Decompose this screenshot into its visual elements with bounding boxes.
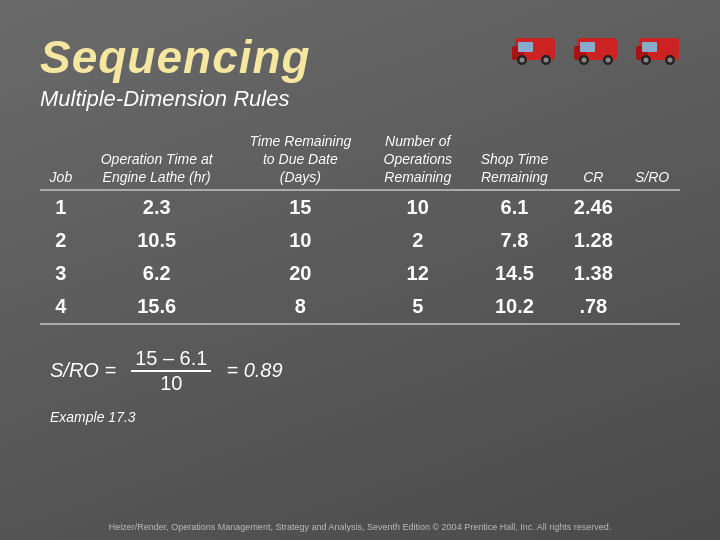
data-table: Job Operation Time atEngine Lathe (hr) T… (40, 130, 680, 325)
table-row: 210.51027.81.28 (40, 224, 680, 257)
footer: Heizer/Render, Operations Management, St… (0, 522, 720, 532)
table-cell (624, 257, 680, 290)
table-cell: 1 (40, 190, 82, 224)
svg-point-11 (582, 58, 587, 63)
table-cell: 4 (40, 290, 82, 324)
col-header-shop-time: Shop TimeRemaining (466, 130, 562, 190)
svg-rect-9 (580, 42, 595, 52)
fraction-numerator: 15 – 6.1 (131, 347, 211, 372)
col-header-cr: CR (563, 130, 625, 190)
table-cell: 10 (232, 224, 370, 257)
table-cell: 10.5 (82, 224, 232, 257)
truck-illustration (510, 18, 690, 73)
col-header-op-time: Operation Time atEngine Lathe (hr) (82, 130, 232, 190)
table-cell: 15 (232, 190, 370, 224)
formula-result: = 0.89 (226, 359, 282, 382)
table-cell (624, 290, 680, 324)
table-cell: 7.8 (466, 224, 562, 257)
table-cell: 20 (232, 257, 370, 290)
table-cell (624, 224, 680, 257)
table-cell: 3 (40, 257, 82, 290)
col-header-time-rem: Time Remainingto Due Date(Days) (232, 130, 370, 190)
fraction-denominator: 10 (156, 372, 186, 395)
table-cell: 10.2 (466, 290, 562, 324)
table-cell: 2.3 (82, 190, 232, 224)
svg-rect-16 (642, 42, 657, 52)
table-cell: 2 (369, 224, 466, 257)
slide: Sequencing Multiple-Dimension Rules Job … (0, 0, 720, 540)
col-header-num-ops: Number ofOperationsRemaining (369, 130, 466, 190)
svg-point-13 (606, 58, 611, 63)
table-cell (624, 190, 680, 224)
table-cell: 5 (369, 290, 466, 324)
table-cell: 2.46 (563, 190, 625, 224)
table-cell: 6.2 (82, 257, 232, 290)
table-row: 415.68510.2.78 (40, 290, 680, 324)
table-cell: 15.6 (82, 290, 232, 324)
fraction: 15 – 6.1 10 (131, 347, 211, 395)
table-cell: 2 (40, 224, 82, 257)
svg-rect-2 (518, 42, 533, 52)
svg-point-4 (520, 58, 525, 63)
table-cell: 1.38 (563, 257, 625, 290)
table-row: 12.315106.12.46 (40, 190, 680, 224)
formula-row: S/RO = 15 – 6.1 10 = 0.89 (40, 347, 680, 395)
table-cell: 1.28 (563, 224, 625, 257)
example-label: Example 17.3 (40, 409, 680, 425)
table-cell: 6.1 (466, 190, 562, 224)
subtitle: Multiple-Dimension Rules (40, 86, 680, 112)
svg-point-18 (644, 58, 649, 63)
table-cell: 12 (369, 257, 466, 290)
svg-point-20 (668, 58, 673, 63)
col-header-job: Job (40, 130, 82, 190)
table-cell: 10 (369, 190, 466, 224)
col-header-sro: S/RO (624, 130, 680, 190)
svg-point-6 (544, 58, 549, 63)
table-cell: 8 (232, 290, 370, 324)
table-cell: .78 (563, 290, 625, 324)
table-row: 36.2201214.51.38 (40, 257, 680, 290)
formula-label: S/RO = (50, 359, 116, 382)
table-cell: 14.5 (466, 257, 562, 290)
